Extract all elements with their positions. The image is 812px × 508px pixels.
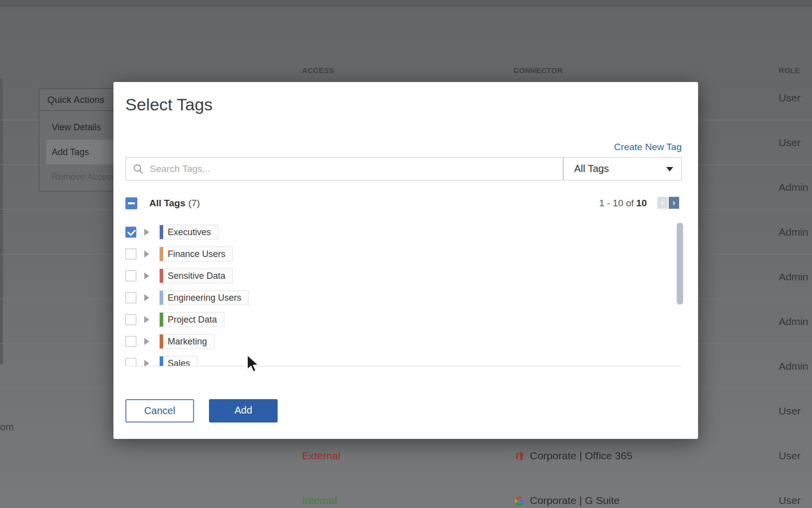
tag-checkbox[interactable] <box>125 292 136 303</box>
table-row: Internal Corporate | G Suite User <box>0 478 812 508</box>
column-header-access: ACCESS <box>302 66 334 76</box>
tag-color-bar <box>160 313 163 327</box>
role-value: Admin <box>779 271 809 283</box>
tag-color-bar <box>160 225 163 239</box>
tag-label: Finance Users <box>163 247 232 261</box>
tag-row: Finance Users <box>125 243 682 265</box>
previous-page-button[interactable]: ‹ <box>657 197 668 209</box>
add-button[interactable]: Add <box>209 399 278 423</box>
tag-chip: Project Data <box>159 312 224 327</box>
tag-checkbox[interactable] <box>125 270 136 281</box>
tag-label: Project Data <box>163 313 224 327</box>
tag-chip: Engineering Users <box>159 290 249 305</box>
tag-label: Sales <box>163 356 197 366</box>
connector-value: Corporate | G Suite <box>530 495 620 507</box>
tag-checkbox[interactable] <box>125 358 136 366</box>
expand-arrow-icon[interactable] <box>144 251 149 257</box>
expand-arrow-icon[interactable] <box>144 360 149 366</box>
tag-checkbox[interactable] <box>125 227 136 238</box>
connector-cell: Corporate | G Suite <box>515 495 620 507</box>
group-label: All Tags <box>149 198 186 209</box>
tag-checkbox[interactable] <box>125 336 136 347</box>
role-value: User <box>779 137 801 149</box>
tag-color-bar <box>160 335 163 348</box>
all-tags-group-row: All Tags (7) <box>125 197 200 210</box>
tag-label: Sensitive Data <box>163 269 232 283</box>
tag-color-bar <box>160 356 163 366</box>
pagination-text: 1 - 10 of10 <box>599 197 647 210</box>
tag-chip: Finance Users <box>159 247 233 261</box>
expand-arrow-icon[interactable] <box>144 294 149 301</box>
expand-arrow-icon[interactable] <box>144 338 149 345</box>
mouse-cursor <box>244 354 261 376</box>
clipped-email-text: om <box>0 422 14 433</box>
tag-checkbox[interactable] <box>125 249 136 259</box>
tag-row: Marketing <box>125 331 682 352</box>
cancel-button[interactable]: Cancel <box>125 399 194 423</box>
role-value: Admin <box>779 181 809 193</box>
expand-arrow-icon[interactable] <box>144 316 149 323</box>
tag-checkbox[interactable] <box>125 314 136 325</box>
tag-label: Engineering Users <box>163 291 248 305</box>
role-value: User <box>779 405 801 417</box>
access-value: Internal <box>302 495 337 507</box>
chevron-down-icon <box>666 167 673 171</box>
table-row: External Corporate | Office 365 User <box>0 433 812 478</box>
role-value: User <box>779 495 801 507</box>
tag-color-bar <box>160 269 163 283</box>
tag-list: Executives Finance Users Sensitive Data … <box>125 221 682 366</box>
role-value: Admin <box>779 360 809 372</box>
select-all-checkbox[interactable] <box>125 197 137 209</box>
tag-chip: Sales <box>159 356 198 366</box>
tag-chip: Marketing <box>159 334 214 349</box>
group-count: (7) <box>189 198 200 209</box>
tag-row: Engineering Users <box>125 287 682 309</box>
access-value: External <box>302 450 340 462</box>
column-header-role: ROLE <box>779 66 800 76</box>
dialog-title: Select Tags <box>125 95 212 114</box>
window-top-strip <box>0 0 812 6</box>
tag-color-bar <box>160 291 163 305</box>
tag-filter-dropdown[interactable]: All Tags <box>563 157 682 180</box>
tag-chip: Sensitive Data <box>159 268 233 283</box>
tag-row: Sales <box>125 352 682 366</box>
tag-chip: Executives <box>159 225 218 240</box>
tag-label: Marketing <box>163 335 214 348</box>
office365-icon <box>515 451 524 460</box>
list-scrollbar-thumb[interactable] <box>677 223 683 305</box>
next-page-button[interactable]: › <box>669 197 679 209</box>
tag-row: Sensitive Data <box>125 265 682 287</box>
search-input[interactable] <box>150 158 558 180</box>
expand-arrow-icon[interactable] <box>144 229 149 236</box>
tag-search-box <box>125 157 563 180</box>
select-tags-dialog: Select Tags Create New Tag All Tags All … <box>113 82 698 439</box>
connector-cell: Corporate | Office 365 <box>515 450 632 462</box>
tag-color-bar <box>160 247 163 261</box>
expand-arrow-icon[interactable] <box>144 272 149 279</box>
role-value: Admin <box>779 316 809 328</box>
column-header-connector: CONNECTOR <box>513 66 563 76</box>
tag-row: Project Data <box>125 309 682 331</box>
search-icon <box>132 163 144 175</box>
connector-value: Corporate | Office 365 <box>530 450 632 462</box>
dropdown-value: All Tags <box>574 163 609 174</box>
role-value: Admin <box>779 226 809 238</box>
create-new-tag-link[interactable]: Create New Tag <box>614 142 682 153</box>
tag-row: Executives <box>125 221 682 243</box>
role-value: User <box>779 450 801 462</box>
gsuite-icon <box>515 496 524 505</box>
tag-label: Executives <box>163 225 218 239</box>
role-value: User <box>779 92 801 104</box>
